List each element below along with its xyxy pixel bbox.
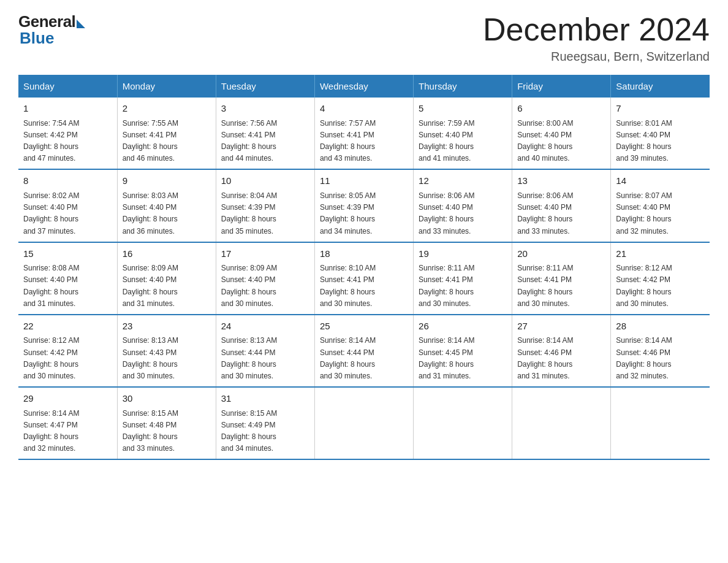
day-number: 17 <box>221 247 309 261</box>
logo: General Blue <box>18 12 85 48</box>
day-info: Sunrise: 8:14 AMSunset: 4:44 PMDaylight:… <box>320 336 376 380</box>
day-info: Sunrise: 8:09 AMSunset: 4:40 PMDaylight:… <box>123 264 178 308</box>
day-number: 29 <box>23 392 112 406</box>
header-thursday: Thursday <box>414 75 512 98</box>
day-info: Sunrise: 8:11 AMSunset: 4:41 PMDaylight:… <box>419 264 474 308</box>
day-number: 4 <box>320 102 408 116</box>
calendar-cell: 9Sunrise: 8:03 AMSunset: 4:40 PMDaylight… <box>117 169 216 242</box>
day-number: 26 <box>419 320 507 334</box>
day-number: 9 <box>123 174 211 188</box>
day-info: Sunrise: 8:12 AMSunset: 4:42 PMDaylight:… <box>23 336 79 380</box>
day-number: 15 <box>23 247 112 261</box>
header-wednesday: Wednesday <box>314 75 413 98</box>
day-info: Sunrise: 8:00 AMSunset: 4:40 PMDaylight:… <box>517 119 573 163</box>
calendar-cell: 21Sunrise: 8:12 AMSunset: 4:42 PMDayligh… <box>611 242 710 315</box>
day-info: Sunrise: 8:09 AMSunset: 4:40 PMDaylight:… <box>221 264 277 308</box>
calendar-cell: 8Sunrise: 8:02 AMSunset: 4:40 PMDaylight… <box>18 169 117 242</box>
day-number: 5 <box>419 102 507 116</box>
calendar-cell: 3Sunrise: 7:56 AMSunset: 4:41 PMDaylight… <box>216 98 314 169</box>
calendar-cell: 5Sunrise: 7:59 AMSunset: 4:40 PMDaylight… <box>414 98 512 169</box>
calendar-cell: 28Sunrise: 8:14 AMSunset: 4:46 PMDayligh… <box>611 315 710 387</box>
calendar-cell: 12Sunrise: 8:06 AMSunset: 4:40 PMDayligh… <box>414 169 512 242</box>
calendar-cell: 2Sunrise: 7:55 AMSunset: 4:41 PMDaylight… <box>117 98 216 169</box>
calendar-cell: 30Sunrise: 8:15 AMSunset: 4:48 PMDayligh… <box>117 387 216 459</box>
page-header: General Blue December 2024 Rueegsau, Ber… <box>18 12 710 64</box>
calendar-header-row: SundayMondayTuesdayWednesdayThursdayFrid… <box>18 75 710 98</box>
calendar-cell: 16Sunrise: 8:09 AMSunset: 4:40 PMDayligh… <box>117 242 216 315</box>
day-info: Sunrise: 8:14 AMSunset: 4:45 PMDaylight:… <box>419 336 474 380</box>
day-number: 13 <box>517 174 605 188</box>
calendar-cell: 27Sunrise: 8:14 AMSunset: 4:46 PMDayligh… <box>512 315 611 387</box>
day-info: Sunrise: 8:02 AMSunset: 4:40 PMDaylight:… <box>23 191 79 236</box>
calendar-week-row: 22Sunrise: 8:12 AMSunset: 4:42 PMDayligh… <box>18 315 710 387</box>
day-info: Sunrise: 8:15 AMSunset: 4:49 PMDaylight:… <box>221 409 277 453</box>
calendar-cell: 25Sunrise: 8:14 AMSunset: 4:44 PMDayligh… <box>314 315 413 387</box>
day-number: 24 <box>221 320 309 334</box>
header-tuesday: Tuesday <box>216 75 314 98</box>
calendar-cell: 6Sunrise: 8:00 AMSunset: 4:40 PMDaylight… <box>512 98 611 169</box>
calendar-cell: 20Sunrise: 8:11 AMSunset: 4:41 PMDayligh… <box>512 242 611 315</box>
day-info: Sunrise: 7:57 AMSunset: 4:41 PMDaylight:… <box>320 119 376 163</box>
day-number: 10 <box>221 174 309 188</box>
calendar-week-row: 8Sunrise: 8:02 AMSunset: 4:40 PMDaylight… <box>18 169 710 242</box>
day-number: 25 <box>320 320 408 334</box>
calendar-cell: 14Sunrise: 8:07 AMSunset: 4:40 PMDayligh… <box>611 169 710 242</box>
day-info: Sunrise: 8:13 AMSunset: 4:43 PMDaylight:… <box>123 336 178 380</box>
calendar-cell: 19Sunrise: 8:11 AMSunset: 4:41 PMDayligh… <box>414 242 512 315</box>
header-monday: Monday <box>117 75 216 98</box>
calendar-cell: 7Sunrise: 8:01 AMSunset: 4:40 PMDaylight… <box>611 98 710 169</box>
calendar-cell <box>611 387 710 459</box>
logo-blue-text: Blue <box>18 29 54 48</box>
day-info: Sunrise: 8:13 AMSunset: 4:44 PMDaylight:… <box>221 336 277 380</box>
logo-arrow-icon <box>77 20 85 28</box>
calendar-week-row: 15Sunrise: 8:08 AMSunset: 4:40 PMDayligh… <box>18 242 710 315</box>
calendar-week-row: 1Sunrise: 7:54 AMSunset: 4:42 PMDaylight… <box>18 98 710 169</box>
day-info: Sunrise: 7:56 AMSunset: 4:41 PMDaylight:… <box>221 119 277 163</box>
calendar-cell: 22Sunrise: 8:12 AMSunset: 4:42 PMDayligh… <box>18 315 117 387</box>
day-info: Sunrise: 8:08 AMSunset: 4:40 PMDaylight:… <box>23 264 79 308</box>
day-number: 18 <box>320 247 408 261</box>
calendar-cell: 31Sunrise: 8:15 AMSunset: 4:49 PMDayligh… <box>216 387 314 459</box>
day-number: 19 <box>419 247 507 261</box>
day-info: Sunrise: 8:03 AMSunset: 4:40 PMDaylight:… <box>123 191 178 236</box>
day-info: Sunrise: 8:01 AMSunset: 4:40 PMDaylight:… <box>616 119 672 163</box>
calendar-table: SundayMondayTuesdayWednesdayThursdayFrid… <box>18 75 710 460</box>
calendar-cell: 1Sunrise: 7:54 AMSunset: 4:42 PMDaylight… <box>18 98 117 169</box>
day-info: Sunrise: 8:07 AMSunset: 4:40 PMDaylight:… <box>616 191 672 236</box>
day-number: 1 <box>23 102 112 116</box>
day-number: 6 <box>517 102 605 116</box>
day-info: Sunrise: 8:10 AMSunset: 4:41 PMDaylight:… <box>320 264 376 308</box>
calendar-cell: 23Sunrise: 8:13 AMSunset: 4:43 PMDayligh… <box>117 315 216 387</box>
calendar-cell: 24Sunrise: 8:13 AMSunset: 4:44 PMDayligh… <box>216 315 314 387</box>
day-info: Sunrise: 7:54 AMSunset: 4:42 PMDaylight:… <box>23 119 79 163</box>
day-number: 12 <box>419 174 507 188</box>
day-number: 3 <box>221 102 309 116</box>
calendar-cell: 17Sunrise: 8:09 AMSunset: 4:40 PMDayligh… <box>216 242 314 315</box>
calendar-cell: 10Sunrise: 8:04 AMSunset: 4:39 PMDayligh… <box>216 169 314 242</box>
day-number: 2 <box>123 102 211 116</box>
day-number: 7 <box>616 102 705 116</box>
day-info: Sunrise: 8:14 AMSunset: 4:46 PMDaylight:… <box>517 336 573 380</box>
day-number: 16 <box>123 247 211 261</box>
header-friday: Friday <box>512 75 611 98</box>
calendar-cell: 26Sunrise: 8:14 AMSunset: 4:45 PMDayligh… <box>414 315 512 387</box>
calendar-cell: 4Sunrise: 7:57 AMSunset: 4:41 PMDaylight… <box>314 98 413 169</box>
day-number: 8 <box>23 174 112 188</box>
header-saturday: Saturday <box>611 75 710 98</box>
title-section: December 2024 Rueegsau, Bern, Switzerlan… <box>483 12 710 64</box>
header-sunday: Sunday <box>18 75 117 98</box>
day-info: Sunrise: 8:15 AMSunset: 4:48 PMDaylight:… <box>123 409 178 453</box>
day-info: Sunrise: 8:11 AMSunset: 4:41 PMDaylight:… <box>517 264 573 308</box>
location-subtitle: Rueegsau, Bern, Switzerland <box>483 50 710 64</box>
day-number: 28 <box>616 320 705 334</box>
day-number: 21 <box>616 247 705 261</box>
calendar-cell: 18Sunrise: 8:10 AMSunset: 4:41 PMDayligh… <box>314 242 413 315</box>
day-number: 27 <box>517 320 605 334</box>
day-number: 22 <box>23 320 112 334</box>
day-number: 23 <box>123 320 211 334</box>
day-number: 11 <box>320 174 408 188</box>
calendar-cell: 29Sunrise: 8:14 AMSunset: 4:47 PMDayligh… <box>18 387 117 459</box>
calendar-cell: 15Sunrise: 8:08 AMSunset: 4:40 PMDayligh… <box>18 242 117 315</box>
day-info: Sunrise: 8:14 AMSunset: 4:46 PMDaylight:… <box>616 336 672 380</box>
calendar-cell: 11Sunrise: 8:05 AMSunset: 4:39 PMDayligh… <box>314 169 413 242</box>
